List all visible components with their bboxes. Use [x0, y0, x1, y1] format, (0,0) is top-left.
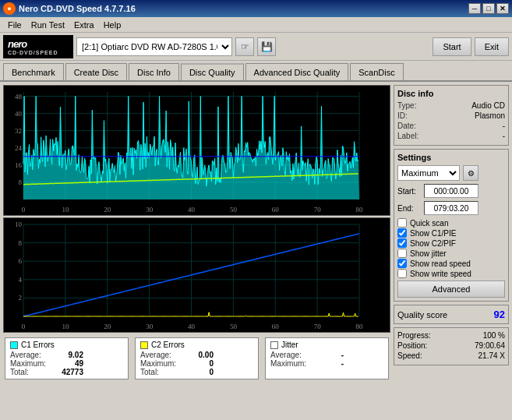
show-jitter-checkbox[interactable]	[397, 249, 407, 258]
position-value: 79:00.64	[475, 341, 505, 350]
c1-total-value: 42773	[52, 368, 83, 376]
show-write-speed-label: Show write speed	[410, 270, 471, 278]
position-row: Position: 79:00.64	[397, 341, 505, 350]
start-button[interactable]: Start	[433, 37, 471, 56]
quality-row: Quality score 92	[397, 309, 505, 320]
jitter-color-box	[270, 341, 278, 349]
speed-row: Speed: 21.74 X	[397, 351, 505, 360]
jitter-avg-label: Average:	[270, 351, 309, 359]
c1-title-text: C1 Errors	[21, 341, 55, 349]
show-c2pif-checkbox[interactable]	[397, 238, 407, 248]
c2-total-value: 0	[182, 368, 214, 376]
disc-id-label: ID:	[397, 111, 408, 120]
end-time-input[interactable]	[424, 201, 478, 215]
progress-value: 100 %	[483, 331, 505, 340]
tab-advanced-disc-quality[interactable]: Advanced Disc Quality	[245, 63, 349, 80]
chart-area: C1 Errors Average: 9.02 Maximum: 49 Tota…	[3, 85, 390, 420]
advanced-button[interactable]: Advanced	[397, 281, 505, 298]
disc-info-title: Disc info	[397, 89, 505, 98]
jitter-title-text: Jitter	[281, 341, 298, 349]
end-time-label: End:	[397, 204, 421, 213]
c1-total-label: Total:	[10, 368, 49, 376]
show-read-speed-label: Show read speed	[410, 259, 471, 268]
show-write-speed-row: Show write speed	[397, 269, 505, 278]
c2-average-row: Average: 0.00	[140, 351, 253, 359]
c2-color-box	[140, 341, 148, 349]
tab-scan-disc[interactable]: ScanDisc	[350, 63, 403, 80]
close-window-button[interactable]: ✕	[496, 3, 509, 14]
window-title: Nero CD-DVD Speed 4.7.7.16	[19, 4, 136, 13]
minimize-button[interactable]: ─	[468, 3, 481, 14]
drive-select[interactable]: [2:1] Optiarc DVD RW AD-7280S 1.01	[76, 37, 232, 56]
title-bar: ● Nero CD-DVD Speed 4.7.7.16 ─ □ ✕	[0, 0, 512, 17]
disc-label-label: Label:	[397, 132, 418, 140]
c1-errors-legend: C1 Errors Average: 9.02 Maximum: 49 Tota…	[5, 337, 129, 379]
show-write-speed-checkbox[interactable]	[397, 269, 407, 278]
quick-scan-checkbox[interactable]	[397, 218, 407, 228]
disc-label-row: Label: -	[397, 132, 505, 140]
start-time-label: Start:	[397, 187, 421, 196]
show-read-speed-checkbox[interactable]	[397, 259, 407, 268]
c1-title: C1 Errors	[10, 341, 123, 349]
settings-section: Settings Maximum 4x 8x 16x ⚙ Start: End:	[394, 149, 509, 302]
show-jitter-label: Show jitter	[410, 249, 447, 258]
disc-type-row: Type: Audio CD	[397, 101, 505, 110]
c2-title-text: C2 Errors	[151, 341, 185, 349]
progress-row: Progress: 100 %	[397, 331, 505, 340]
menu-bar: File Run Test Extra Help	[0, 17, 512, 33]
speed-row: Maximum 4x 8x 16x ⚙	[397, 165, 505, 181]
menu-run-test[interactable]: Run Test	[26, 19, 69, 31]
menu-file[interactable]: File	[3, 19, 26, 31]
tab-create-disc[interactable]: Create Disc	[65, 63, 127, 80]
progress-label: Progress:	[397, 331, 431, 340]
jitter-max-value: -	[312, 359, 344, 368]
tab-bar: Benchmark Create Disc Disc Info Disc Qua…	[0, 61, 512, 82]
speed-label: Speed:	[397, 351, 422, 360]
start-time-row: Start:	[397, 184, 505, 198]
c1-avg-value: 9.02	[52, 351, 83, 359]
start-time-input[interactable]	[424, 184, 478, 198]
save-icon-button[interactable]: 💾	[257, 37, 276, 56]
jitter-average-row: Average: -	[270, 351, 383, 359]
c2-title: C2 Errors	[140, 341, 253, 349]
top-chart-canvas	[4, 86, 375, 215]
c2-avg-label: Average:	[140, 351, 179, 359]
show-read-speed-row: Show read speed	[397, 259, 505, 268]
c2-max-label: Maximum:	[140, 359, 179, 368]
tab-disc-quality[interactable]: Disc Quality	[181, 63, 244, 80]
tab-benchmark[interactable]: Benchmark	[3, 63, 64, 80]
c2-errors-legend: C2 Errors Average: 0.00 Maximum: 0 Total…	[135, 337, 259, 379]
c1-max-label: Maximum:	[10, 359, 49, 368]
hand-icon-button[interactable]: ☞	[235, 37, 254, 56]
c2-max-value: 0	[182, 359, 214, 368]
app-icon: ●	[3, 2, 16, 15]
quick-scan-row: Quick scan	[397, 218, 505, 228]
c2-max-row: Maximum: 0	[140, 359, 253, 368]
jitter-max-row: Maximum: -	[270, 359, 383, 368]
tab-disc-info[interactable]: Disc Info	[129, 63, 179, 80]
show-c2pif-label: Show C2/PIF	[410, 239, 456, 248]
jitter-max-label: Maximum:	[270, 359, 309, 368]
menu-extra[interactable]: Extra	[69, 19, 99, 31]
quality-value: 92	[494, 309, 505, 320]
show-c2pif-row: Show C2/PIF	[397, 238, 505, 248]
c1-avg-label: Average:	[10, 351, 49, 359]
speed-select[interactable]: Maximum 4x 8x 16x	[397, 165, 460, 181]
restore-button[interactable]: □	[482, 3, 495, 14]
menu-help[interactable]: Help	[99, 19, 126, 31]
disc-date-row: Date: -	[397, 122, 505, 130]
title-bar-buttons: ─ □ ✕	[468, 3, 509, 14]
disc-date-label: Date:	[397, 122, 416, 130]
bottom-chart-canvas	[4, 218, 375, 332]
position-label: Position:	[397, 341, 427, 350]
show-jitter-row: Show jitter	[397, 249, 505, 258]
disc-label-value: -	[503, 132, 505, 140]
show-c1pie-label: Show C1/PIE	[410, 229, 456, 238]
disc-info-section: Disc info Type: Audio CD ID: Plasmon Dat…	[394, 85, 509, 146]
settings-icon-button[interactable]: ⚙	[463, 165, 478, 181]
show-c1pie-row: Show C1/PIE	[397, 228, 505, 238]
show-c1pie-checkbox[interactable]	[397, 228, 407, 238]
exit-button[interactable]: Exit	[475, 37, 509, 56]
disc-type-value: Audio CD	[471, 101, 505, 110]
quality-section: Quality score 92	[394, 305, 509, 324]
